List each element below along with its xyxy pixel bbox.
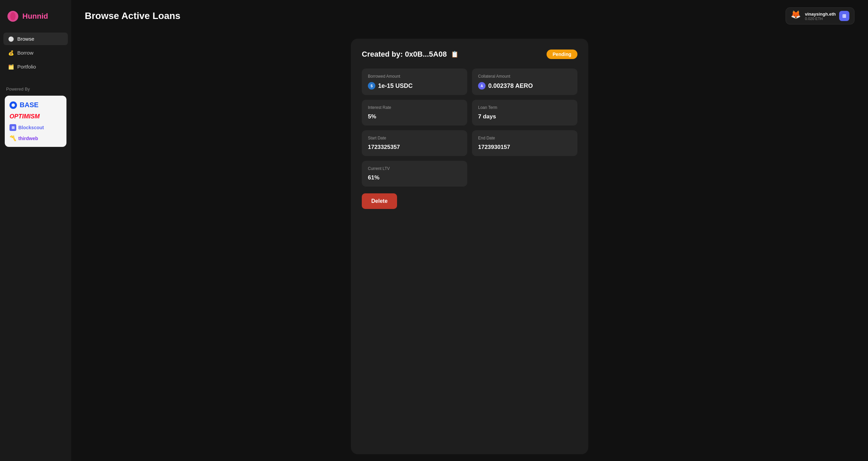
collateral-amount-label: Collateral Amount <box>478 74 571 79</box>
loan-fields-row3: Start Date 1723325357 End Date 172393015… <box>362 130 577 156</box>
loan-fields-row2: Interest Rate 5% Loan Term 7 days <box>362 100 577 126</box>
loan-card-header: Created by: 0x0B...5A08 📋 Pending <box>362 50 577 59</box>
sidebar: Hunnid ⚪ Browse 💰 Borrow 🗂️ Portfolio Po… <box>0 0 71 461</box>
blockscout-icon: ⊞ <box>9 124 16 131</box>
sidebar-item-borrow[interactable]: 💰 Borrow <box>3 46 68 59</box>
interest-rate-label: Interest Rate <box>368 105 461 110</box>
collateral-amount-value: A 0.002378 AERO <box>478 82 571 90</box>
wallet-eth-balance: 0.020 ETH <box>805 17 836 21</box>
end-date-field: End Date 1723930157 <box>472 130 577 156</box>
sidebar-item-borrow-label: Borrow <box>17 50 34 56</box>
sidebar-item-browse[interactable]: ⚪ Browse <box>3 33 68 45</box>
thirdweb-label: thirdweb <box>18 136 38 141</box>
content-area: Created by: 0x0B...5A08 📋 Pending Borrow… <box>71 32 868 461</box>
page-title: Browse Active Loans <box>85 11 180 21</box>
wallet-fox-avatar: 🦊 <box>791 11 802 21</box>
status-badge: Pending <box>547 50 577 59</box>
borrowed-amount-value: $ 1e-15 USDC <box>368 82 461 90</box>
base-logo: BASE <box>9 101 62 109</box>
loan-term-field: Loan Term 7 days <box>472 100 577 126</box>
loan-term-label: Loan Term <box>478 105 571 110</box>
copy-icon[interactable]: 📋 <box>451 51 458 58</box>
current-ltv-label: Current LTV <box>368 166 461 171</box>
powered-by-section: Powered By BASE OPTIMISM ⊞ Blockscout 〽️… <box>0 87 71 147</box>
thirdweb-icon: 〽️ <box>9 135 16 141</box>
borrowed-amount-field: Borrowed Amount $ 1e-15 USDC <box>362 69 467 95</box>
svg-point-1 <box>10 12 16 20</box>
sidebar-item-portfolio-label: Portfolio <box>17 64 36 70</box>
borrowed-amount-label: Borrowed Amount <box>368 74 461 79</box>
base-circle-icon <box>9 101 17 109</box>
header: Browse Active Loans 🦊 vinaysingh.eth 0.0… <box>71 0 868 32</box>
powered-by-label: Powered By <box>5 87 66 92</box>
blockscout-logo: ⊞ Blockscout <box>9 124 62 131</box>
logo: Hunnid <box>0 7 71 33</box>
start-date-label: Start Date <box>368 136 461 140</box>
sidebar-item-browse-label: Browse <box>17 36 34 42</box>
base-label: BASE <box>20 101 39 109</box>
sidebar-item-portfolio[interactable]: 🗂️ Portfolio <box>3 60 68 73</box>
loan-card: Created by: 0x0B...5A08 📋 Pending Borrow… <box>351 39 588 454</box>
interest-rate-field: Interest Rate 5% <box>362 100 467 126</box>
collateral-amount-field: Collateral Amount A 0.002378 AERO <box>472 69 577 95</box>
end-date-value: 1723930157 <box>478 144 571 151</box>
start-date-field: Start Date 1723325357 <box>362 130 467 156</box>
main-content: Browse Active Loans 🦊 vinaysingh.eth 0.0… <box>71 0 868 461</box>
delete-button[interactable]: Delete <box>362 193 397 209</box>
borrow-icon: 💰 <box>8 50 14 56</box>
logo-text: Hunnid <box>22 12 48 21</box>
browse-icon: ⚪ <box>8 36 14 42</box>
loan-creator-address: Created by: 0x0B...5A08 <box>362 50 447 59</box>
thirdweb-logo: 〽️ thirdweb <box>9 135 62 141</box>
loan-ltv-row: Current LTV 61% <box>362 161 577 187</box>
wallet-info[interactable]: 🦊 vinaysingh.eth 0.020 ETH ⊞ <box>786 7 854 24</box>
blockscout-label: Blockscout <box>18 125 44 130</box>
current-ltv-value: 61% <box>368 174 461 181</box>
wallet-blockscout-icon: ⊞ <box>839 11 849 21</box>
aero-icon: A <box>478 82 486 90</box>
end-date-label: End Date <box>478 136 571 140</box>
usdc-icon: $ <box>368 82 375 90</box>
wallet-details: vinaysingh.eth 0.020 ETH <box>805 12 836 21</box>
hunnid-logo-icon <box>7 10 19 22</box>
interest-rate-value: 5% <box>368 113 461 120</box>
wallet-name: vinaysingh.eth <box>805 12 836 17</box>
sidebar-nav: ⚪ Browse 💰 Borrow 🗂️ Portfolio <box>0 33 71 73</box>
loan-fields-row1: Borrowed Amount $ 1e-15 USDC Collateral … <box>362 69 577 95</box>
optimism-label: OPTIMISM <box>9 113 40 120</box>
optimism-logo: OPTIMISM <box>9 113 62 120</box>
current-ltv-field: Current LTV 61% <box>362 161 467 187</box>
powered-by-box: BASE OPTIMISM ⊞ Blockscout 〽️ thirdweb <box>5 96 66 147</box>
loan-term-value: 7 days <box>478 113 571 120</box>
loan-creator: Created by: 0x0B...5A08 📋 <box>362 50 458 59</box>
portfolio-icon: 🗂️ <box>8 64 14 70</box>
start-date-value: 1723325357 <box>368 144 461 151</box>
